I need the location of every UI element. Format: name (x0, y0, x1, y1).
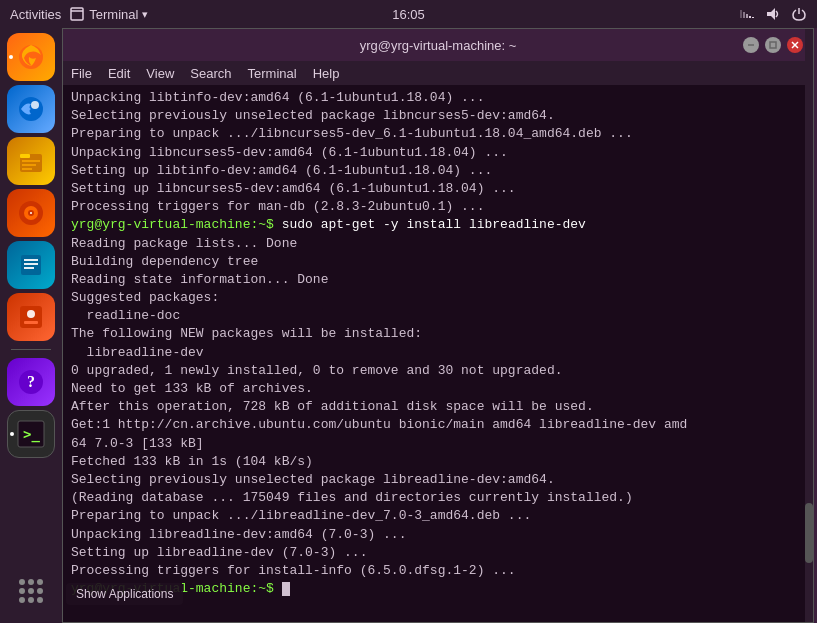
svg-point-34 (19, 588, 25, 594)
svg-point-35 (28, 588, 34, 594)
terminal-titlebar: yrg@yrg-virtual-machine: ~ (63, 29, 813, 61)
terminal-window: yrg@yrg-virtual-machine: ~ File (62, 28, 814, 623)
svg-rect-22 (24, 263, 38, 265)
top-bar-right (739, 6, 807, 22)
network-icon (739, 6, 755, 22)
firefox-icon (16, 42, 46, 72)
svg-rect-5 (749, 16, 751, 18)
terminal-command: sudo apt-get -y install libreadline-dev (274, 217, 586, 232)
term-prompt-line: yrg@yrg-virtual-machine:~$ sudo apt-get … (71, 216, 805, 234)
term-line: Unpacking libreadline-dev:amd64 (7.0-3) … (71, 526, 805, 544)
terminal-window-title: yrg@yrg-virtual-machine: ~ (360, 38, 517, 53)
term-line: Fetched 133 kB in 1s (104 kB/s) (71, 453, 805, 471)
svg-point-33 (37, 579, 43, 585)
window-dropdown-arrow[interactable]: ▾ (142, 8, 148, 21)
svg-rect-15 (22, 168, 32, 170)
term-line: Selecting previously unselected package … (71, 471, 805, 489)
window-title-topbar: Terminal (89, 7, 138, 22)
dock-icon-firefox[interactable] (7, 33, 55, 81)
maximize-button[interactable] (765, 37, 781, 53)
svg-point-19 (30, 212, 32, 214)
menu-search[interactable]: Search (190, 66, 231, 81)
menu-view[interactable]: View (146, 66, 174, 81)
show-apps-icon (13, 573, 49, 609)
svg-rect-2 (740, 10, 742, 18)
libreoffice-icon (16, 250, 46, 280)
svg-text:>_: >_ (23, 426, 40, 443)
dock-icon-thunderbird[interactable] (7, 85, 55, 133)
svg-point-32 (28, 579, 34, 585)
terminal-content[interactable]: Unpacking libtinfo-dev:amd64 (6.1-1ubunt… (63, 85, 813, 622)
term-line: Selecting previously unselected package … (71, 107, 805, 125)
svg-text:?: ? (27, 373, 35, 390)
term-line: Get:1 http://cn.archive.ubuntu.com/ubunt… (71, 416, 805, 434)
svg-point-37 (19, 597, 25, 603)
term-final-prompt-line: yrg@yrg-virtual-machine:~$ (71, 580, 805, 598)
dock-icon-rhythmbox[interactable] (7, 189, 55, 237)
svg-marker-7 (767, 8, 775, 20)
svg-point-10 (31, 101, 39, 109)
svg-rect-4 (746, 14, 748, 18)
svg-point-39 (37, 597, 43, 603)
term-line: After this operation, 728 kB of addition… (71, 398, 805, 416)
help-icon: ? (16, 367, 46, 397)
firefox-active-dot (9, 55, 13, 59)
menu-file[interactable]: File (71, 66, 92, 81)
svg-rect-6 (752, 17, 754, 18)
terminal-scrollbar[interactable] (805, 29, 813, 622)
term-line: Setting up libreadline-dev (7.0-3) ... (71, 544, 805, 562)
term-line: Setting up libtinfo-dev:amd64 (6.1-1ubun… (71, 162, 805, 180)
svg-rect-21 (24, 259, 38, 261)
maximize-icon (768, 40, 778, 50)
close-button[interactable] (787, 37, 803, 53)
term-line: Processing triggers for install-info (6.… (71, 562, 805, 580)
dock-icon-files[interactable] (7, 137, 55, 185)
svg-rect-12 (20, 154, 30, 158)
term-line: Suggested packages: (71, 289, 805, 307)
term-line: 0 upgraded, 1 newly installed, 0 to remo… (71, 362, 805, 380)
term-line: Unpacking libncurses5-dev:amd64 (6.1-1ub… (71, 144, 805, 162)
term-line: readline-doc (71, 307, 805, 325)
term-line: (Reading database ... 175049 files and d… (71, 489, 805, 507)
term-line: Preparing to unpack .../libncurses5-dev_… (71, 125, 805, 143)
minimize-button[interactable] (743, 37, 759, 53)
top-bar-clock: 16:05 (392, 7, 425, 22)
term-line: Reading package lists... Done (71, 235, 805, 253)
terminal-active-dot (10, 432, 14, 436)
term-line: Setting up libncurses5-dev:amd64 (6.1-1u… (71, 180, 805, 198)
terminal-menubar: File Edit View Search Terminal Help (63, 61, 813, 85)
svg-point-36 (37, 588, 43, 594)
thunderbird-icon (16, 94, 46, 124)
dock-icon-terminal[interactable]: >_ (7, 410, 55, 458)
term-line: The following NEW packages will be insta… (71, 325, 805, 343)
terminal-scrollbar-thumb[interactable] (805, 503, 813, 563)
svg-rect-41 (770, 42, 776, 48)
dock-separator (11, 349, 51, 350)
terminal-window-icon (69, 6, 85, 22)
term-line: libreadline-dev (71, 344, 805, 362)
menu-help[interactable]: Help (313, 66, 340, 81)
close-icon (790, 40, 800, 50)
dock-icon-show-apps[interactable] (7, 567, 55, 615)
volume-icon[interactable] (765, 6, 781, 22)
dock-icon-help[interactable]: ? (7, 358, 55, 406)
svg-rect-14 (22, 164, 36, 166)
svg-rect-23 (24, 267, 34, 269)
top-bar-left: Activities Terminal ▾ (10, 6, 148, 22)
menu-terminal[interactable]: Terminal (248, 66, 297, 81)
menu-edit[interactable]: Edit (108, 66, 130, 81)
svg-point-31 (19, 579, 25, 585)
dock-icon-libreoffice[interactable] (7, 241, 55, 289)
minimize-icon (746, 40, 756, 50)
term-line: 64 7.0-3 [133 kB] (71, 435, 805, 453)
svg-rect-0 (71, 8, 83, 20)
titlebar-buttons (743, 37, 803, 53)
svg-rect-3 (743, 12, 745, 18)
rhythmbox-icon (16, 198, 46, 228)
term-line: Reading state information... Done (71, 271, 805, 289)
dock-icon-ubuntu-software[interactable] (7, 293, 55, 341)
term-line: Unpacking libtinfo-dev:amd64 (6.1-1ubunt… (71, 89, 805, 107)
activities-button[interactable]: Activities (10, 7, 61, 22)
power-icon[interactable] (791, 6, 807, 22)
window-indicator[interactable]: Terminal ▾ (69, 6, 148, 22)
